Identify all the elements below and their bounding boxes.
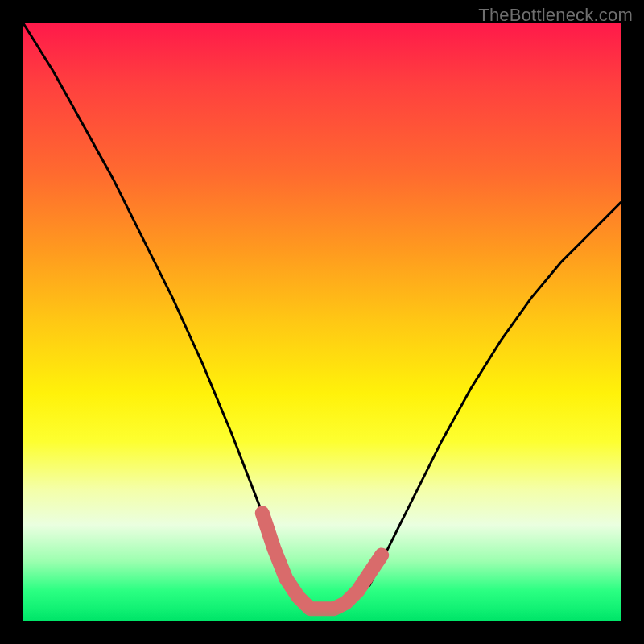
chart-plot-area	[23, 23, 621, 621]
chart-svg	[23, 23, 621, 621]
bottleneck-curve	[23, 23, 621, 609]
valley-highlight	[262, 513, 382, 609]
chart-frame: TheBottleneck.com	[0, 0, 644, 644]
